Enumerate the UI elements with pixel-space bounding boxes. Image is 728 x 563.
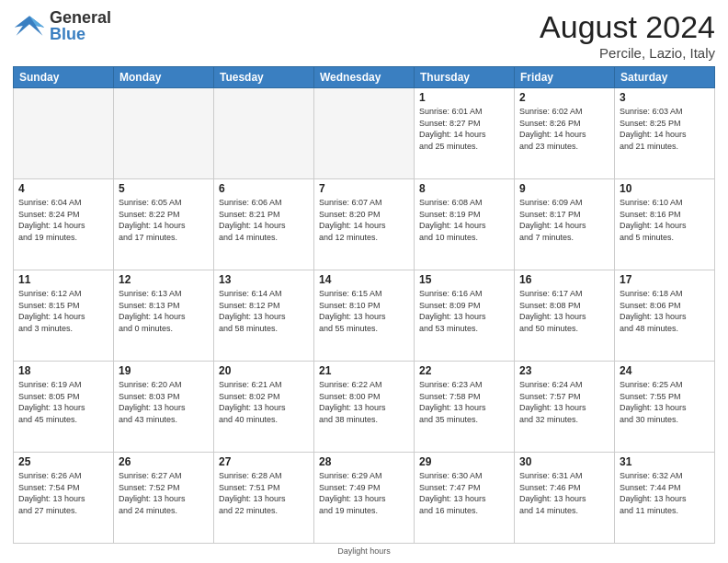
day-number: 23	[519, 364, 609, 377]
table-row: 20Sunrise: 6:21 AM Sunset: 8:02 PM Dayli…	[214, 362, 314, 453]
day-info: Sunrise: 6:29 AM Sunset: 7:49 PM Dayligh…	[319, 470, 409, 516]
day-info: Sunrise: 6:04 AM Sunset: 8:24 PM Dayligh…	[18, 197, 108, 243]
day-number: 31	[620, 455, 710, 468]
day-info: Sunrise: 6:10 AM Sunset: 8:16 PM Dayligh…	[620, 197, 710, 243]
day-info: Sunrise: 6:27 AM Sunset: 7:52 PM Dayligh…	[119, 470, 209, 516]
table-row: 7Sunrise: 6:07 AM Sunset: 8:20 PM Daylig…	[314, 179, 415, 270]
day-info: Sunrise: 6:08 AM Sunset: 8:19 PM Dayligh…	[419, 197, 509, 243]
day-info: Sunrise: 6:31 AM Sunset: 7:46 PM Dayligh…	[519, 470, 609, 516]
table-row: 11Sunrise: 6:12 AM Sunset: 8:15 PM Dayli…	[14, 270, 114, 362]
page: General Blue August 2024 Percile, Lazio,…	[0, 0, 728, 563]
week-row-1: 1Sunrise: 6:01 AM Sunset: 8:27 PM Daylig…	[14, 88, 715, 179]
day-number: 30	[519, 455, 609, 468]
table-row	[214, 88, 314, 179]
day-info: Sunrise: 6:02 AM Sunset: 8:26 PM Dayligh…	[519, 106, 609, 152]
table-row: 28Sunrise: 6:29 AM Sunset: 7:49 PM Dayli…	[314, 453, 415, 544]
day-number: 8	[419, 182, 509, 195]
day-number: 12	[119, 273, 209, 286]
day-number: 27	[219, 455, 309, 468]
table-row: 24Sunrise: 6:25 AM Sunset: 7:55 PM Dayli…	[615, 362, 715, 453]
day-info: Sunrise: 6:15 AM Sunset: 8:10 PM Dayligh…	[319, 288, 409, 334]
header: General Blue August 2024 Percile, Lazio,…	[13, 9, 715, 61]
table-row: 27Sunrise: 6:28 AM Sunset: 7:51 PM Dayli…	[214, 453, 314, 544]
table-row: 8Sunrise: 6:08 AM Sunset: 8:19 PM Daylig…	[415, 179, 515, 270]
table-row: 3Sunrise: 6:03 AM Sunset: 8:25 PM Daylig…	[615, 88, 715, 179]
day-number: 21	[319, 364, 409, 377]
day-info: Sunrise: 6:21 AM Sunset: 8:02 PM Dayligh…	[219, 379, 309, 425]
calendar-header-row: Sunday Monday Tuesday Wednesday Thursday…	[14, 67, 715, 88]
day-info: Sunrise: 6:32 AM Sunset: 7:44 PM Dayligh…	[620, 470, 710, 516]
col-wednesday: Wednesday	[314, 67, 415, 88]
day-info: Sunrise: 6:01 AM Sunset: 8:27 PM Dayligh…	[419, 106, 509, 152]
table-row: 14Sunrise: 6:15 AM Sunset: 8:10 PM Dayli…	[314, 270, 415, 362]
day-number: 11	[18, 273, 108, 286]
day-info: Sunrise: 6:09 AM Sunset: 8:17 PM Dayligh…	[519, 197, 609, 243]
table-row	[314, 88, 415, 179]
day-number: 7	[319, 182, 409, 195]
table-row: 21Sunrise: 6:22 AM Sunset: 8:00 PM Dayli…	[314, 362, 415, 453]
table-row: 4Sunrise: 6:04 AM Sunset: 8:24 PM Daylig…	[14, 179, 114, 270]
table-row: 22Sunrise: 6:23 AM Sunset: 7:58 PM Dayli…	[415, 362, 515, 453]
day-number: 3	[620, 91, 710, 104]
day-info: Sunrise: 6:03 AM Sunset: 8:25 PM Dayligh…	[620, 106, 710, 152]
day-info: Sunrise: 6:12 AM Sunset: 8:15 PM Dayligh…	[18, 288, 108, 334]
location: Percile, Lazio, Italy	[540, 45, 715, 61]
month-year: August 2024	[540, 9, 715, 45]
day-number: 24	[620, 364, 710, 377]
day-number: 14	[319, 273, 409, 286]
day-info: Sunrise: 6:14 AM Sunset: 8:12 PM Dayligh…	[219, 288, 309, 334]
table-row: 25Sunrise: 6:26 AM Sunset: 7:54 PM Dayli…	[14, 453, 114, 544]
calendar-table: Sunday Monday Tuesday Wednesday Thursday…	[13, 66, 715, 544]
col-thursday: Thursday	[415, 67, 515, 88]
day-number: 22	[419, 364, 509, 377]
table-row: 15Sunrise: 6:16 AM Sunset: 8:09 PM Dayli…	[415, 270, 515, 362]
week-row-5: 25Sunrise: 6:26 AM Sunset: 7:54 PM Dayli…	[14, 453, 715, 544]
day-number: 28	[319, 455, 409, 468]
day-number: 13	[219, 273, 309, 286]
table-row: 31Sunrise: 6:32 AM Sunset: 7:44 PM Dayli…	[615, 453, 715, 544]
day-number: 17	[620, 273, 710, 286]
day-number: 25	[18, 455, 108, 468]
table-row: 30Sunrise: 6:31 AM Sunset: 7:46 PM Dayli…	[515, 453, 615, 544]
day-number: 10	[620, 182, 710, 195]
table-row: 2Sunrise: 6:02 AM Sunset: 8:26 PM Daylig…	[515, 88, 615, 179]
logo-blue-text: Blue	[50, 26, 111, 42]
day-info: Sunrise: 6:24 AM Sunset: 7:57 PM Dayligh…	[519, 379, 609, 425]
day-info: Sunrise: 6:06 AM Sunset: 8:21 PM Dayligh…	[219, 197, 309, 243]
col-tuesday: Tuesday	[214, 67, 314, 88]
day-info: Sunrise: 6:28 AM Sunset: 7:51 PM Dayligh…	[219, 470, 309, 516]
table-row: 29Sunrise: 6:30 AM Sunset: 7:47 PM Dayli…	[415, 453, 515, 544]
day-info: Sunrise: 6:13 AM Sunset: 8:13 PM Dayligh…	[119, 288, 209, 334]
day-number: 16	[519, 273, 609, 286]
day-info: Sunrise: 6:26 AM Sunset: 7:54 PM Dayligh…	[18, 470, 108, 516]
table-row: 6Sunrise: 6:06 AM Sunset: 8:21 PM Daylig…	[214, 179, 314, 270]
week-row-4: 18Sunrise: 6:19 AM Sunset: 8:05 PM Dayli…	[14, 362, 715, 453]
day-info: Sunrise: 6:07 AM Sunset: 8:20 PM Dayligh…	[319, 197, 409, 243]
day-info: Sunrise: 6:25 AM Sunset: 7:55 PM Dayligh…	[620, 379, 710, 425]
table-row	[114, 88, 214, 179]
day-number: 1	[419, 91, 509, 104]
col-saturday: Saturday	[615, 67, 715, 88]
table-row: 23Sunrise: 6:24 AM Sunset: 7:57 PM Dayli…	[515, 362, 615, 453]
day-info: Sunrise: 6:22 AM Sunset: 8:00 PM Dayligh…	[319, 379, 409, 425]
day-number: 2	[519, 91, 609, 104]
table-row: 1Sunrise: 6:01 AM Sunset: 8:27 PM Daylig…	[415, 88, 515, 179]
day-number: 26	[119, 455, 209, 468]
table-row: 12Sunrise: 6:13 AM Sunset: 8:13 PM Dayli…	[114, 270, 214, 362]
day-info: Sunrise: 6:18 AM Sunset: 8:06 PM Dayligh…	[620, 288, 710, 334]
day-number: 9	[519, 182, 609, 195]
week-row-2: 4Sunrise: 6:04 AM Sunset: 8:24 PM Daylig…	[14, 179, 715, 270]
table-row: 16Sunrise: 6:17 AM Sunset: 8:08 PM Dayli…	[515, 270, 615, 362]
footer-note: Daylight hours	[13, 546, 715, 556]
col-sunday: Sunday	[14, 67, 114, 88]
logo: General Blue	[13, 9, 111, 42]
table-row: 10Sunrise: 6:10 AM Sunset: 8:16 PM Dayli…	[615, 179, 715, 270]
day-number: 29	[419, 455, 509, 468]
table-row: 13Sunrise: 6:14 AM Sunset: 8:12 PM Dayli…	[214, 270, 314, 362]
day-info: Sunrise: 6:20 AM Sunset: 8:03 PM Dayligh…	[119, 379, 209, 425]
week-row-3: 11Sunrise: 6:12 AM Sunset: 8:15 PM Dayli…	[14, 270, 715, 362]
day-info: Sunrise: 6:30 AM Sunset: 7:47 PM Dayligh…	[419, 470, 509, 516]
day-info: Sunrise: 6:19 AM Sunset: 8:05 PM Dayligh…	[18, 379, 108, 425]
table-row: 9Sunrise: 6:09 AM Sunset: 8:17 PM Daylig…	[515, 179, 615, 270]
table-row	[14, 88, 114, 179]
